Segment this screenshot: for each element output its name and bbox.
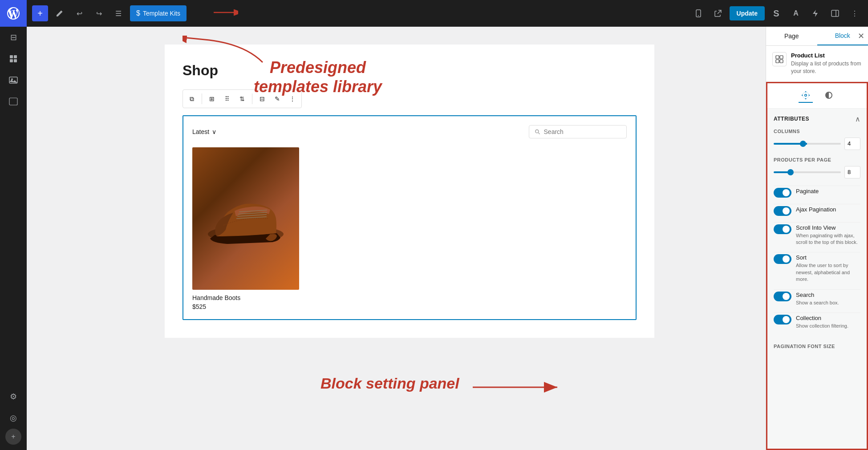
sidebar-item-dashboard[interactable]: ⊟ bbox=[0, 27, 27, 48]
add-block-button[interactable]: + bbox=[32, 5, 48, 21]
product-grid-header: Latest ∨ bbox=[192, 125, 627, 138]
toggle-label-3: Sort bbox=[796, 254, 860, 261]
toggle-label-1: Ajax Pagination bbox=[796, 206, 860, 213]
block-toolbar: ⧉ ⊞ ⠿ ⇅ ⊟ ✎ ⋮ bbox=[183, 89, 302, 108]
elementor-icon-button[interactable]: S bbox=[768, 5, 784, 21]
template-kits-button[interactable]: $ Template Kits bbox=[130, 5, 187, 21]
toggle-info-4: Search Show a search box. bbox=[796, 292, 860, 306]
toggle-row-0: Paginate bbox=[774, 188, 860, 198]
lightning-button[interactable] bbox=[807, 5, 823, 21]
svg-rect-19 bbox=[776, 60, 779, 63]
attributes-collapse[interactable]: ∧ bbox=[855, 115, 860, 123]
sidebar-item-typography[interactable] bbox=[0, 91, 27, 112]
toolbar-divider-2 bbox=[252, 93, 252, 104]
svg-rect-0 bbox=[10, 55, 13, 58]
toggle-switch-1[interactable] bbox=[774, 206, 791, 216]
search-icon bbox=[535, 129, 540, 135]
columns-slider-group: COLUMNS bbox=[774, 129, 860, 150]
update-button[interactable]: Update bbox=[730, 6, 765, 20]
block-name: Product List bbox=[791, 52, 862, 59]
editor-area: Shop ⧉ ⊞ ⠿ ⇅ ⊟ ✎ ⋮ Latest ∨ bbox=[165, 45, 654, 338]
sidebar-item-user[interactable]: ◎ bbox=[0, 407, 27, 429]
more-options-button[interactable]: ⋮ bbox=[847, 5, 863, 21]
columns-slider[interactable] bbox=[774, 143, 841, 145]
svg-rect-9 bbox=[831, 10, 839, 16]
toggle-row-2: Scroll Into View When paginating with aj… bbox=[774, 224, 860, 246]
products-per-page-value-input[interactable] bbox=[844, 166, 860, 178]
attributes-header: Attributes ∧ bbox=[774, 115, 860, 123]
wordpress-logo[interactable] bbox=[0, 0, 27, 27]
mobile-preview-button[interactable] bbox=[690, 5, 706, 21]
toggle-info-2: Scroll Into View When paginating with aj… bbox=[796, 224, 860, 246]
toggle-divider-4 bbox=[774, 312, 860, 313]
undo-button[interactable]: ↩ bbox=[71, 5, 87, 21]
svg-point-8 bbox=[698, 15, 699, 16]
svg-rect-1 bbox=[14, 55, 17, 58]
columns-slider-row bbox=[774, 138, 860, 150]
toggle-switch-5[interactable] bbox=[774, 315, 791, 324]
toggle-container: Paginate Ajax Pagination Scroll Into Vie… bbox=[774, 188, 860, 330]
latest-dropdown[interactable]: Latest ∨ bbox=[192, 128, 216, 135]
grid-view-tool[interactable]: ⊞ bbox=[205, 92, 219, 106]
astra-icon-button[interactable]: A bbox=[788, 5, 804, 21]
svg-rect-3 bbox=[14, 59, 17, 62]
pagination-font-size-label: PAGINATION FONT SIZE bbox=[774, 344, 860, 349]
toggle-switch-3[interactable] bbox=[774, 254, 791, 264]
sidebar-item-media[interactable] bbox=[0, 69, 27, 91]
toggle-row-5: Collection Show collection filtering. bbox=[774, 315, 860, 329]
toggle-divider-1 bbox=[774, 222, 860, 223]
svg-point-11 bbox=[535, 130, 539, 133]
toggle-label-0: Paginate bbox=[796, 188, 860, 195]
svg-rect-18 bbox=[780, 56, 783, 59]
more-tool[interactable]: ⋮ bbox=[285, 92, 300, 106]
search-input[interactable] bbox=[544, 128, 621, 135]
edit-button[interactable] bbox=[52, 5, 68, 21]
chevron-down-icon: ∨ bbox=[212, 128, 216, 135]
tab-page[interactable]: Page bbox=[766, 27, 817, 45]
svg-point-5 bbox=[11, 78, 13, 80]
redo-button[interactable]: ↪ bbox=[91, 5, 107, 21]
external-link-button[interactable] bbox=[710, 5, 726, 21]
toggle-divider-0 bbox=[774, 204, 860, 204]
svg-rect-17 bbox=[776, 56, 779, 59]
block-info-text: Product List Display a list of products … bbox=[791, 52, 862, 75]
product-image bbox=[192, 147, 299, 290]
list-view-button[interactable]: ☰ bbox=[110, 5, 126, 21]
columns-value-input[interactable] bbox=[844, 138, 860, 150]
attributes-title: Attributes bbox=[774, 116, 809, 122]
toggle-desc-4: Show a search box. bbox=[796, 300, 860, 306]
toggle-label-5: Collection bbox=[796, 315, 860, 321]
toggle-switch-0[interactable] bbox=[774, 188, 791, 198]
product-card: Handmade Boots $525 bbox=[192, 147, 308, 310]
toggle-desc-2: When paginating with ajax, scroll to the… bbox=[796, 232, 860, 246]
shoe-illustration bbox=[201, 174, 290, 263]
sidebar-add-button[interactable]: + bbox=[5, 429, 21, 445]
attributes-section: Attributes ∧ COLUMNS PRODUCTS PER PAGE bbox=[767, 109, 867, 356]
panel-close-button[interactable]: ✕ bbox=[858, 31, 864, 41]
panel-tabs: Page Block ✕ bbox=[766, 27, 868, 46]
toggle-switch-4[interactable] bbox=[774, 292, 791, 301]
sidebar-toggle-button[interactable] bbox=[827, 5, 843, 21]
sidebar-item-blocks[interactable] bbox=[0, 48, 27, 69]
settings-style-tab[interactable] bbox=[822, 89, 836, 103]
products-per-page-slider[interactable] bbox=[774, 171, 841, 173]
duplicate-tool[interactable]: ⧉ bbox=[185, 92, 199, 106]
svg-rect-20 bbox=[780, 60, 783, 63]
products-per-page-slider-group: PRODUCTS PER PAGE bbox=[774, 157, 860, 178]
toggle-desc-3: Allow the user to sort by newest, alphab… bbox=[796, 262, 860, 283]
toggle-switch-2[interactable] bbox=[774, 224, 791, 234]
settings-gear-tab[interactable] bbox=[799, 89, 813, 103]
dots-grid-tool[interactable]: ⠿ bbox=[220, 92, 234, 106]
svg-rect-2 bbox=[10, 59, 13, 62]
topbar-right: Update S A ⋮ bbox=[690, 5, 863, 21]
reorder-tool[interactable]: ⇅ bbox=[235, 92, 249, 106]
block-desc: Display a list of products from your sto… bbox=[791, 60, 862, 75]
toggle-row-4: Search Show a search box. bbox=[774, 292, 860, 306]
search-field bbox=[529, 125, 627, 138]
sidebar-item-settings[interactable]: ⚙ bbox=[0, 386, 27, 407]
wide-align-tool[interactable]: ⊟ bbox=[255, 92, 269, 106]
svg-rect-6 bbox=[9, 98, 17, 105]
toggle-divider-2 bbox=[774, 252, 860, 252]
products-per-page-label: PRODUCTS PER PAGE bbox=[774, 157, 860, 162]
pen-tool[interactable]: ✎ bbox=[270, 92, 284, 106]
